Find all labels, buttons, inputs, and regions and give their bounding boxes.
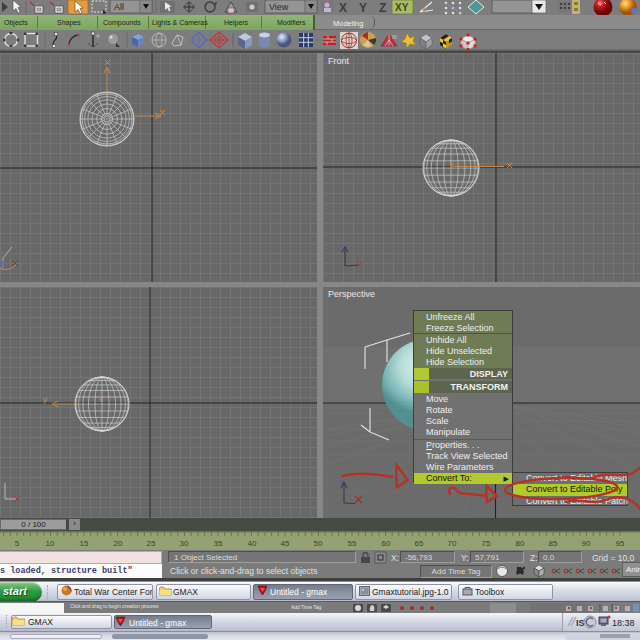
svg-text:85: 85	[549, 539, 558, 548]
svg-text:35: 35	[214, 539, 223, 548]
svg-text:View: View	[269, 2, 289, 12]
svg-text:x: x	[99, 395, 103, 404]
svg-text:18:38: 18:38	[612, 618, 635, 628]
svg-text:30: 30	[180, 539, 189, 548]
svg-text:All: All	[114, 2, 124, 12]
svg-text:y: y	[43, 395, 47, 404]
svg-text:50: 50	[314, 539, 323, 548]
svg-text:15: 15	[80, 539, 89, 548]
svg-text:X: X	[339, 1, 347, 15]
svg-text:25: 25	[147, 539, 156, 548]
svg-text:70: 70	[448, 539, 457, 548]
svg-text:Z: Z	[379, 1, 386, 15]
svg-text:65: 65	[415, 539, 424, 548]
svg-text:95: 95	[616, 539, 625, 548]
svg-text:40: 40	[248, 539, 257, 548]
svg-text:90: 90	[582, 539, 591, 548]
svg-text:IS: IS	[576, 618, 585, 628]
svg-text:45: 45	[281, 539, 290, 548]
svg-text:55: 55	[348, 539, 357, 548]
svg-text:y: y	[450, 160, 454, 169]
svg-text:z: z	[341, 243, 345, 252]
svg-text:XY: XY	[395, 2, 409, 13]
svg-text:60: 60	[382, 539, 391, 548]
svg-text:20: 20	[114, 539, 123, 548]
svg-text:Y: Y	[359, 1, 367, 15]
svg-text:10: 10	[46, 539, 55, 548]
svg-text:75: 75	[482, 539, 491, 548]
svg-text:5: 5	[15, 539, 20, 548]
svg-text:80: 80	[516, 539, 525, 548]
svg-text:z: z	[339, 477, 343, 486]
